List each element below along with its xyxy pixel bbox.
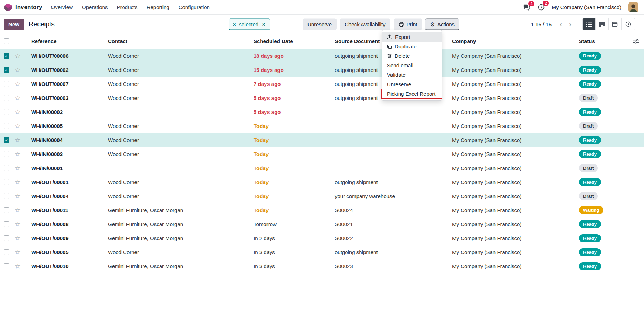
status-badge: Ready <box>579 248 601 256</box>
table-row[interactable]: ☆ WH/OUT/00004 Wood Corner Today your co… <box>0 189 644 203</box>
menu-item-export[interactable]: Export <box>382 32 442 42</box>
row-checkbox[interactable] <box>4 249 9 255</box>
table-row[interactable]: ☆ WH/IN/00002 5 days ago My Company (San… <box>0 105 644 119</box>
favorite-star-icon[interactable]: ☆ <box>15 165 21 171</box>
status-badge: Ready <box>579 220 601 228</box>
menu-item-validate[interactable]: Validate <box>382 70 442 80</box>
column-header-contact[interactable]: Contact <box>104 38 249 44</box>
menu-item-send-email[interactable]: Send email <box>382 61 442 70</box>
app-name[interactable]: Inventory <box>15 4 42 11</box>
menu-item-delete[interactable]: Delete <box>382 51 442 61</box>
kanban-view-icon[interactable] <box>596 18 609 30</box>
user-avatar[interactable] <box>628 2 638 12</box>
favorite-star-icon[interactable]: ☆ <box>15 95 21 101</box>
actions-button[interactable]: ⚙ Actions <box>425 19 459 30</box>
table-row[interactable]: ☆ WH/OUT/00001 Wood Corner Today outgoin… <box>0 175 644 189</box>
row-checkbox[interactable] <box>4 207 9 213</box>
table-row[interactable]: ☆ WH/IN/00005 Wood Corner Today My Compa… <box>0 119 644 133</box>
favorite-star-icon[interactable]: ☆ <box>15 193 21 199</box>
odoo-logo-icon[interactable] <box>4 3 13 12</box>
table-row[interactable]: ✓ ☆ WH/OUT/00002 Wood Corner 15 days ago… <box>0 63 644 77</box>
delete-icon <box>387 53 392 59</box>
table-row[interactable]: ☆ WH/OUT/00005 Wood Corner In 3 days out… <box>0 245 644 259</box>
favorite-star-icon[interactable]: ☆ <box>15 235 21 242</box>
company-switcher[interactable]: My Company (San Francisco) <box>552 4 621 10</box>
clear-selection-icon[interactable]: ✕ <box>262 22 266 27</box>
column-header-reference[interactable]: Reference <box>26 38 104 44</box>
row-checkbox[interactable] <box>4 263 9 269</box>
nav-item-overview[interactable]: Overview <box>47 2 77 12</box>
pager-previous-icon[interactable]: ‹ <box>556 20 566 28</box>
favorite-star-icon[interactable]: ☆ <box>15 109 21 115</box>
contact-cell: Wood Corner <box>104 53 249 59</box>
messages-icon[interactable]: 4 <box>523 4 531 11</box>
row-checkbox[interactable] <box>4 123 9 129</box>
top-navbar: Inventory OverviewOperationsProductsRepo… <box>0 0 644 15</box>
source-document-cell: S00024 <box>331 207 448 213</box>
table-row[interactable]: ☆ WH/OUT/00007 Wood Corner 7 days ago ou… <box>0 77 644 91</box>
row-checkbox[interactable] <box>4 109 9 115</box>
calendar-view-icon[interactable] <box>609 18 622 30</box>
favorite-star-icon[interactable]: ☆ <box>15 179 21 185</box>
status-badge: Draft <box>579 94 598 102</box>
table-row[interactable]: ☆ WH/IN/00003 Wood Corner Today My Compa… <box>0 147 644 161</box>
new-button[interactable]: New <box>4 19 24 30</box>
row-checkbox[interactable]: ✓ <box>4 53 9 59</box>
favorite-star-icon[interactable]: ☆ <box>15 123 21 129</box>
nav-item-operations[interactable]: Operations <box>78 2 111 12</box>
row-checkbox[interactable] <box>4 151 9 157</box>
row-checkbox[interactable] <box>4 165 9 171</box>
select-all-checkbox[interactable] <box>4 38 9 44</box>
column-header-company[interactable]: Company <box>448 38 576 44</box>
company-cell: My Company (San Francisco) <box>448 263 576 269</box>
navbar-right: 4 2 My Company (San Francisco) <box>523 2 638 12</box>
row-checkbox[interactable] <box>4 81 9 87</box>
favorite-star-icon[interactable]: ☆ <box>15 53 21 59</box>
menu-item-duplicate[interactable]: Duplicate <box>382 42 442 51</box>
nav-item-reporting[interactable]: Reporting <box>143 2 173 12</box>
list-view-icon[interactable] <box>583 18 596 30</box>
table-row[interactable]: ☆ WH/IN/00001 Today My Company (San Fran… <box>0 161 644 175</box>
row-checkbox[interactable] <box>4 179 9 185</box>
nav-item-products[interactable]: Products <box>113 2 141 12</box>
table-row[interactable]: ☆ WH/OUT/00009 Gemini Furniture, Oscar M… <box>0 231 644 245</box>
menu-item-label: Delete <box>395 53 410 59</box>
favorite-star-icon[interactable]: ☆ <box>15 207 21 213</box>
table-header: Reference Contact Scheduled Date Source … <box>0 34 644 49</box>
nav-item-configuration[interactable]: Configuration <box>175 2 214 12</box>
table-row[interactable]: ☆ WH/OUT/00011 Gemini Furniture, Oscar M… <box>0 203 644 217</box>
row-checkbox[interactable] <box>4 221 9 227</box>
row-checkbox[interactable] <box>4 95 9 101</box>
pager-next-icon[interactable]: › <box>566 20 575 28</box>
favorite-star-icon[interactable]: ☆ <box>15 151 21 157</box>
row-checkbox[interactable] <box>4 193 9 199</box>
favorite-star-icon[interactable]: ☆ <box>15 67 21 73</box>
activity-view-icon[interactable] <box>622 18 635 30</box>
activities-icon[interactable]: 2 <box>538 4 545 11</box>
menu-item-picking-excel-report[interactable]: Picking Excel Report <box>382 89 442 99</box>
column-header-status[interactable]: Status <box>576 38 629 44</box>
optional-columns-icon[interactable] <box>629 39 644 44</box>
table-row[interactable]: ☆ WH/OUT/00008 Gemini Furniture, Oscar M… <box>0 217 644 231</box>
favorite-star-icon[interactable]: ☆ <box>15 221 21 227</box>
column-header-scheduled-date[interactable]: Scheduled Date <box>249 38 331 44</box>
contact-cell: Wood Corner <box>104 67 249 73</box>
table-row[interactable]: ✓ ☆ WH/IN/00004 Wood Corner Today My Com… <box>0 133 644 147</box>
menu-item-unreserve[interactable]: Unreserve <box>382 80 442 89</box>
row-checkbox[interactable]: ✓ <box>4 67 9 73</box>
reference-cell: WH/IN/00003 <box>26 151 104 157</box>
row-checkbox[interactable] <box>4 235 9 241</box>
favorite-star-icon[interactable]: ☆ <box>15 81 21 87</box>
unreserve-button[interactable]: Unreserve <box>303 19 337 30</box>
favorite-star-icon[interactable]: ☆ <box>15 249 21 256</box>
table-row[interactable]: ✓ ☆ WH/OUT/00006 Wood Corner 18 days ago… <box>0 49 644 63</box>
reference-cell: WH/IN/00004 <box>26 137 104 143</box>
favorite-star-icon[interactable]: ☆ <box>15 137 21 143</box>
print-button[interactable]: Print <box>394 19 422 30</box>
check-availability-button[interactable]: Check Availability <box>340 19 390 30</box>
row-checkbox[interactable]: ✓ <box>4 137 9 143</box>
table-row[interactable]: ☆ WH/OUT/00010 Gemini Furniture, Oscar M… <box>0 259 644 273</box>
reference-cell: WH/OUT/00003 <box>26 95 104 101</box>
table-row[interactable]: ☆ WH/OUT/00003 Wood Corner 5 days ago ou… <box>0 91 644 105</box>
favorite-star-icon[interactable]: ☆ <box>15 263 21 270</box>
